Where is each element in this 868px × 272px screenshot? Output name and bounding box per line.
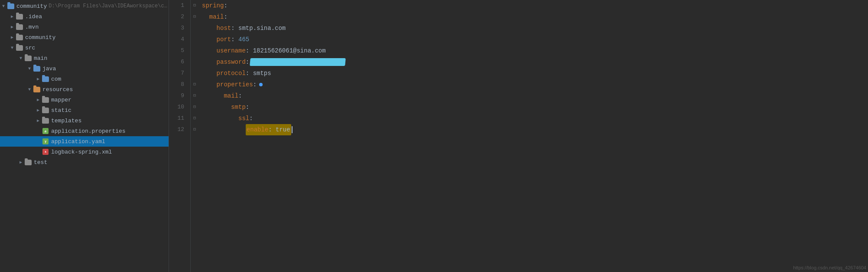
yaml-value: 465 <box>235 34 250 45</box>
line-num-3: 3 <box>169 23 187 34</box>
tree-arrow <box>35 108 42 113</box>
yaml-colon: : <box>249 113 253 124</box>
yaml-key-password: password <box>217 56 246 68</box>
code-line-11: ssl: <box>202 113 868 124</box>
yaml-colon: : <box>268 126 272 133</box>
tree-arrow <box>9 35 16 40</box>
tree-label: logback-spring.xml <box>51 149 112 155</box>
fold-9[interactable] <box>191 90 198 102</box>
yaml-colon: : <box>246 56 249 68</box>
yaml-value: smtp.sina.com <box>235 23 286 34</box>
fold-8[interactable] <box>191 79 198 90</box>
tree-arrow <box>35 118 42 123</box>
tree-item-templates[interactable]: templates <box>0 115 169 126</box>
line-num-2: 2 <box>169 11 187 23</box>
folder-icon <box>42 108 49 113</box>
line-num-10: 10 <box>169 102 187 113</box>
tree-item-community-root[interactable]: community D:\Program Files\Java\IDEAwork… <box>0 1 169 11</box>
fold-2[interactable] <box>191 11 198 23</box>
watermark-text: https://blog.csdn.net/qq_42674604 <box>793 265 866 270</box>
folder-icon <box>16 35 23 40</box>
fold-12[interactable] <box>191 124 198 135</box>
indent <box>202 124 246 135</box>
yaml-colon: : <box>224 0 227 11</box>
tree-arrow <box>0 4 7 9</box>
tree-label: .mvn <box>25 24 39 30</box>
folder-icon <box>7 3 15 9</box>
enable-highlight: enable: true <box>246 124 291 135</box>
yaml-colon: : <box>238 90 242 102</box>
fold-1[interactable] <box>191 0 198 11</box>
tree-arrow <box>17 160 24 165</box>
folder-icon <box>33 66 41 72</box>
tree-item-application-properties[interactable]: a application.properties <box>0 126 169 136</box>
fold-11[interactable] <box>191 113 198 124</box>
tree-arrow <box>26 87 33 92</box>
code-line-5: username: 18215626061@sina.com <box>202 45 868 56</box>
tree-arrow <box>9 14 16 19</box>
line-num-12: 12 <box>169 124 187 135</box>
line-numbers: 1 2 3 4 5 6 7 8 9 10 11 12 <box>169 0 191 272</box>
fold-gutter <box>191 0 198 272</box>
tree-arrow <box>35 76 42 82</box>
tree-item-community-sub[interactable]: community <box>0 32 169 43</box>
tree-item-main[interactable]: main <box>0 53 169 63</box>
tree-item-src[interactable]: src <box>0 43 169 53</box>
tree-item-static[interactable]: static <box>0 105 169 115</box>
yaml-key: mail <box>209 11 224 23</box>
indent <box>202 68 217 79</box>
tree-item-resources[interactable]: resources <box>0 84 169 95</box>
tree-arrow <box>17 56 24 61</box>
project-name-label: community <box>16 3 47 10</box>
tree-arrow <box>26 66 33 71</box>
folder-icon <box>16 45 23 51</box>
folder-icon <box>16 24 23 30</box>
indent <box>202 113 238 124</box>
xml-file-icon: x <box>42 149 49 155</box>
project-path-label: D:\Program Files\Java\IDEAworkspace\comm <box>49 3 169 9</box>
code-line-1: spring: <box>202 0 868 11</box>
line-num-7: 7 <box>169 68 187 79</box>
tree-label: community <box>25 34 55 41</box>
yaml-key: protocol <box>217 68 246 79</box>
tree-item-mapper[interactable]: mapper <box>0 95 169 105</box>
tree-item-idea[interactable]: .idea <box>0 11 169 22</box>
tree-label: static <box>51 107 72 114</box>
tree-item-mvn[interactable]: .mvn <box>0 22 169 32</box>
folder-icon <box>24 56 32 61</box>
folder-icon <box>42 76 49 82</box>
yaml-key: mail <box>224 90 238 102</box>
yaml-key: username <box>217 45 246 56</box>
editor-content[interactable]: 1 2 3 4 5 6 7 8 9 10 11 12 <box>169 0 868 272</box>
indent <box>202 102 231 113</box>
code-area[interactable]: spring: mail: host: smtp.sina.com port: … <box>198 0 868 272</box>
folder-icon <box>42 118 49 124</box>
file-tree[interactable]: community D:\Program Files\Java\IDEAwork… <box>0 0 169 272</box>
code-line-3: host: smtp.sina.com <box>202 23 868 34</box>
tree-item-logback-xml[interactable]: x logback-spring.xml <box>0 147 169 157</box>
tree-item-test[interactable]: test <box>0 157 169 167</box>
tree-arrow <box>9 46 16 50</box>
properties-file-icon: a <box>42 128 49 134</box>
tree-item-application-yaml[interactable]: y application.yaml <box>0 136 169 147</box>
tree-label: templates <box>51 118 81 124</box>
fold-10[interactable] <box>191 102 198 113</box>
modified-indicator <box>259 83 263 86</box>
code-line-4: port: 465 <box>202 34 868 45</box>
yaml-key: smtp <box>231 102 246 113</box>
code-line-9: mail: <box>202 90 868 102</box>
tree-label: resources <box>42 86 73 93</box>
yaml-key: host <box>217 23 231 34</box>
tree-item-java[interactable]: java <box>0 63 169 74</box>
code-line-2: mail: <box>202 11 868 23</box>
yaml-colon: : <box>231 34 234 45</box>
code-line-10: smtp: <box>202 102 868 113</box>
tree-label: com <box>51 76 61 82</box>
folder-icon <box>33 87 41 92</box>
tree-item-com[interactable]: com <box>0 74 169 84</box>
yaml-value: 18215626061@sina.com <box>249 45 325 56</box>
folder-icon <box>42 97 49 103</box>
tree-arrow <box>9 24 16 29</box>
yaml-key: port <box>217 34 231 45</box>
line-num-9: 9 <box>169 90 187 102</box>
